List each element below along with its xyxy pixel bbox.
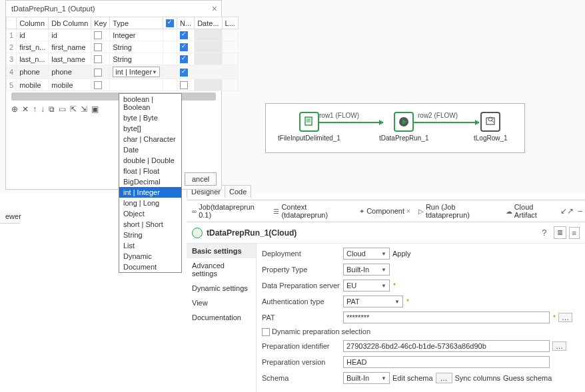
nullable-checkbox[interactable] — [180, 69, 188, 77]
type-option[interactable]: Date — [119, 144, 181, 155]
type-option[interactable]: Dynamic — [119, 251, 181, 262]
table-row[interactable]: 1ididInteger — [7, 29, 239, 41]
help-icon[interactable]: ? — [542, 228, 546, 238]
db-column-cell[interactable]: mobile — [49, 79, 91, 91]
column-header[interactable]: L... — [222, 17, 238, 29]
date-pattern-cell[interactable] — [195, 53, 222, 65]
column-header[interactable] — [163, 17, 177, 29]
settings-nav-item[interactable]: Basic settings — [187, 244, 256, 258]
prep-id-browse-button[interactable]: … — [552, 341, 566, 351]
column-header[interactable]: Date... — [195, 17, 222, 29]
key-checkbox[interactable] — [94, 81, 102, 89]
type-option[interactable]: Object — [119, 208, 181, 219]
delete-row-icon[interactable]: ✕ — [22, 104, 29, 114]
collapse-icon[interactable]: ↙↗ — [560, 206, 574, 216]
guess-schema-link[interactable]: Guess schema — [503, 374, 552, 382]
export-icon[interactable]: ⇲ — [81, 104, 87, 114]
settings-nav-item[interactable]: View — [187, 295, 256, 310]
type-option[interactable]: List — [119, 240, 181, 251]
type-option[interactable]: byte | Byte — [119, 112, 181, 123]
tab-job[interactable]: ∞Job(tdatapreprun 0.1) — [189, 202, 268, 220]
node-file-input[interactable]: tFileInputDelimited_1 — [278, 112, 340, 142]
length-cell[interactable] — [222, 53, 238, 65]
column-header[interactable]: Db Column — [49, 17, 91, 29]
prep-id-field[interactable]: 27903228-6bd2-46c0-b1de-57363a86d90b — [343, 340, 550, 352]
table-row[interactable]: 3last_n...last_nameString — [7, 53, 239, 65]
column-name-cell[interactable]: mobile — [17, 79, 49, 91]
db-column-cell[interactable]: phone — [49, 65, 91, 79]
sync-columns-link[interactable]: Sync columns — [455, 374, 500, 382]
column-name-cell[interactable]: phone — [17, 65, 49, 79]
table-row[interactable]: 2first_n...first_nameString — [7, 41, 239, 53]
viewer-tab-fragment[interactable]: ewer — [0, 210, 20, 224]
date-pattern-cell[interactable] — [195, 41, 222, 53]
type-cell[interactable]: int | Integer▼ — [110, 65, 163, 79]
tab-cloud[interactable]: ☁Cloud Artifact — [503, 202, 558, 220]
type-cell[interactable]: String — [110, 41, 163, 53]
move-up-icon[interactable]: ↑ — [33, 104, 37, 114]
column-name-cell[interactable]: first_n... — [17, 41, 49, 53]
dps-select[interactable]: EU▼ — [343, 280, 390, 292]
type-option[interactable]: char | Character — [119, 134, 181, 144]
auth-select[interactable]: PAT▼ — [343, 295, 403, 307]
settings-nav-item[interactable]: Advanced settings — [187, 258, 256, 281]
view-list-icon[interactable]: ≣ — [554, 226, 566, 239]
column-header[interactable]: Column — [17, 17, 49, 29]
type-cell[interactable]: Integer — [110, 29, 163, 41]
edit-schema-link[interactable]: Edit schema — [392, 374, 433, 382]
type-option[interactable]: long | Long — [119, 198, 181, 208]
type-option[interactable]: boolean | Boolean — [119, 94, 181, 112]
pat-browse-button[interactable]: … — [558, 313, 572, 322]
db-column-cell[interactable]: first_name — [49, 41, 91, 53]
nullable-checkbox[interactable] — [180, 55, 188, 63]
pat-field[interactable]: ******** — [343, 311, 550, 323]
date-pattern-cell[interactable] — [195, 79, 222, 91]
type-cell[interactable] — [110, 79, 163, 91]
column-header[interactable]: Type — [110, 17, 163, 29]
date-pattern-cell[interactable] — [195, 29, 222, 41]
type-option[interactable]: float | Float — [119, 166, 181, 176]
minimize-icon[interactable]: – — [578, 206, 582, 216]
nullable-checkbox[interactable] — [180, 31, 188, 39]
cancel-button[interactable]: ancel — [185, 172, 217, 186]
save-icon[interactable]: ▣ — [91, 104, 99, 114]
length-cell[interactable] — [222, 41, 238, 53]
column-header[interactable]: Key — [91, 17, 110, 29]
type-option[interactable]: Document — [119, 262, 181, 272]
prep-ver-field[interactable]: HEAD — [343, 356, 550, 368]
column-header[interactable]: N... — [177, 17, 195, 29]
tab-context[interactable]: ☰Context (tdatapreprun) — [271, 202, 354, 220]
type-option[interactable]: int | Integer — [119, 187, 181, 198]
table-row[interactable]: 4phonephoneint | Integer▼ — [7, 65, 239, 79]
tab-run[interactable]: ▷Run (Job tdatapreprun) — [416, 202, 500, 220]
type-option[interactable]: double | Double — [119, 155, 181, 166]
schema-select[interactable]: Built-In▼ — [343, 372, 390, 384]
type-option[interactable]: BigDecimal — [119, 176, 181, 187]
date-pattern-cell[interactable] — [195, 65, 222, 79]
type-option[interactable]: short | Short — [119, 219, 181, 230]
db-column-cell[interactable]: last_name — [49, 53, 91, 65]
settings-nav-item[interactable]: Documentation — [187, 310, 256, 325]
column-name-cell[interactable]: last_n... — [17, 53, 49, 65]
paste-icon[interactable]: ▭ — [59, 104, 66, 114]
type-option[interactable]: String — [119, 230, 181, 240]
property-type-select[interactable]: Built-In▼ — [343, 264, 390, 276]
type-option[interactable]: byte[] — [119, 123, 181, 134]
column-name-cell[interactable]: id — [17, 29, 49, 41]
node-logrow[interactable]: tLogRow_1 — [474, 112, 508, 142]
import-icon[interactable]: ⇱ — [70, 104, 77, 114]
type-cell[interactable]: String — [110, 53, 163, 65]
node-dataprep[interactable]: tDataPrepRun_1 — [379, 112, 429, 142]
add-row-icon[interactable]: ⊕ — [11, 104, 18, 114]
key-checkbox[interactable] — [94, 43, 102, 51]
apply-link[interactable]: Apply — [392, 250, 411, 258]
nullable-checkbox[interactable] — [180, 81, 188, 89]
horizontal-scrollbar[interactable] — [11, 93, 216, 100]
edit-schema-button[interactable]: … — [436, 373, 452, 383]
tab-component[interactable]: ✦Component — [356, 206, 413, 216]
key-checkbox[interactable] — [94, 69, 102, 77]
view-compact-icon[interactable]: ≡ — [569, 227, 580, 239]
key-checkbox[interactable] — [94, 55, 102, 63]
type-dropdown[interactable]: boolean | Booleanbyte | Bytebyte[]char |… — [119, 93, 182, 273]
settings-nav-item[interactable]: Dynamic settings — [187, 281, 256, 295]
